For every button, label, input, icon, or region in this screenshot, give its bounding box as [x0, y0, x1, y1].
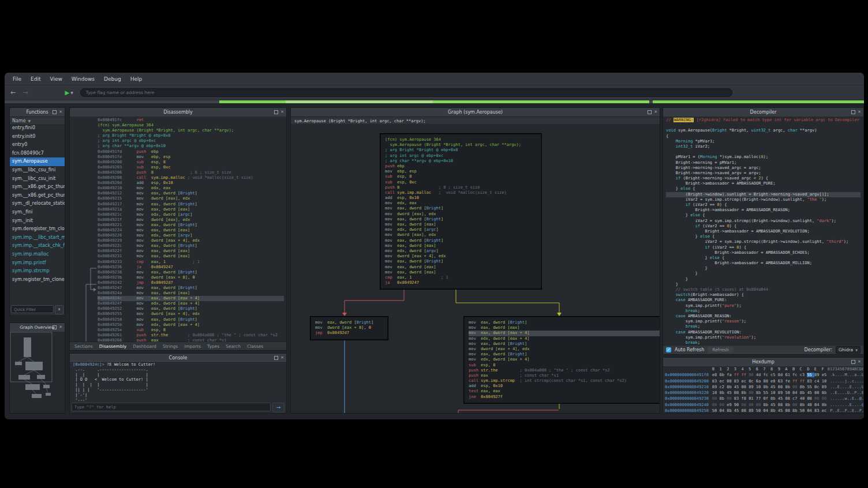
- hexdump-row[interactable]: 0x000000000804923000 8b 00 83 f8 01 77 0…: [665, 396, 863, 401]
- decompiler-line[interactable]: }: [666, 277, 860, 282]
- refresh-button[interactable]: Refresh: [708, 347, 733, 353]
- undock-icon[interactable]: [274, 110, 278, 114]
- disassembly-line[interactable]: 0x08049242 jmp 0x80492d7: [98, 280, 284, 286]
- graph-node-line[interactable]: mov eax, dword [eax]: [385, 243, 537, 249]
- disassembly-line[interactable]: 0x0804921c mov edx, dword [argc]: [98, 212, 284, 217]
- undock-icon[interactable]: [648, 110, 652, 114]
- disassembly-panel-header[interactable]: Disassembly ✕: [70, 108, 286, 117]
- close-icon[interactable]: ✕: [280, 110, 284, 114]
- disassembly-line[interactable]: 0x08049261 push str.the ; 0x804a008 ; "t…: [98, 333, 284, 338]
- menu-help[interactable]: Help: [130, 76, 143, 82]
- close-icon[interactable]: ✕: [59, 325, 62, 329]
- graph-panel-header[interactable]: Graph (sym.Aeropause) ✕: [291, 108, 660, 117]
- quick-filter-input[interactable]: [11, 305, 54, 313]
- graph-node-line[interactable]: mov eax, dword [eax]: [469, 325, 660, 331]
- disassembly-line[interactable]: 0x0804924a mov eax, dword [eax]: [98, 291, 284, 296]
- graph-node-line[interactable]: mov edx, dword [argv]: [385, 249, 537, 254]
- function-item[interactable]: sym._init: [10, 217, 65, 226]
- graph-node-line[interactable]: mov dword [eax], edx: [385, 232, 537, 238]
- decompiler-line[interactable]: Bright->ambassador = AMBASSADOR_PURE;: [666, 181, 860, 186]
- menu-windows[interactable]: Windows: [72, 76, 95, 82]
- decompiler-line[interactable]: } else {: [666, 234, 860, 239]
- graph-node-line[interactable]: sub esp, 0xc: [385, 180, 537, 185]
- graph-canvas[interactable]: (fcn) sym.Aeropause 364 sym.Aeropause (B…: [291, 124, 660, 413]
- graph-node-line[interactable]: push str.the ; 0x804a008 ; "the " ; cons…: [469, 368, 660, 373]
- decompiler-line[interactable]: // WARNING: [r2ghidra] Failed to match t…: [666, 118, 860, 123]
- disassembly-line[interactable]: (fcn) sym.Aeropause 364: [98, 123, 284, 128]
- decompiler-line[interactable]: sym.imp.printf("pure");: [666, 303, 860, 309]
- function-item[interactable]: sym.imp.printf: [10, 259, 65, 268]
- disassembly-line[interactable]: 0x0804925e sub esp, 8: [98, 328, 284, 333]
- disassembly-line[interactable]: 0x080491fd push ebp: [98, 149, 284, 155]
- disassembly-line[interactable]: 0x0804924c mov eax, dword [eax + 4]: [98, 296, 284, 301]
- graph-node-line[interactable]: mov eax, dword [eax]: [385, 222, 537, 227]
- graph-node-line[interactable]: jmp 0x80492d7: [315, 331, 383, 336]
- decompiler-panel-header[interactable]: Decompiler ✕: [663, 108, 863, 117]
- graph-node-false-branch[interactable]: mov eax, dword [Bright]mov eax, dword [e…: [464, 317, 660, 403]
- graph-node-line[interactable]: mov eax, dword [Bright]: [385, 238, 537, 243]
- disassembly-line[interactable]: 0x08049212 mov eax, dword [Bright]: [98, 191, 284, 196]
- decompiler-line[interactable]: } else {: [666, 213, 860, 218]
- decompiler-select[interactable]: Ghidra ▼: [836, 346, 860, 354]
- decompiler-line[interactable]: void sym.Aeropause(Bright *Bright, uint3…: [666, 128, 860, 133]
- disassembly-line[interactable]: 0x080491fc ret: [98, 118, 284, 123]
- disassembly-line[interactable]: 0x08049258 mov eax, dword [Bright]: [98, 317, 284, 322]
- disassembly-line[interactable]: ; arg char **argv @ ebp+0x10: [98, 144, 284, 149]
- disassembly-line[interactable]: 0x08049238 mov eax, dword [Bright]: [98, 270, 284, 275]
- tab-dashboard[interactable]: Dashboard: [133, 344, 156, 349]
- graph-node-line[interactable]: sym.Aeropause (Bright *Bright, int argc,…: [385, 142, 537, 148]
- function-item[interactable]: sym._fini: [10, 208, 65, 217]
- function-item[interactable]: sym.imp.malloc: [10, 250, 65, 259]
- graph-node-line[interactable]: mov eax, dword [Bright]: [385, 206, 537, 211]
- decompiler-line[interactable]: // switch table (5 cases) at 0x804a044: [666, 287, 860, 292]
- disassembly-line[interactable]: 0x08049200 sub esp, 8: [98, 160, 284, 165]
- decompiler-line[interactable]: iVar2 = sym.imp.strcmp((Bright->window).…: [666, 197, 860, 202]
- decompiler-line[interactable]: pMVar1 = (Morning *)sym.imp.malloc(8);: [666, 155, 860, 160]
- tab-strings[interactable]: Strings: [163, 344, 178, 349]
- disassembly-line[interactable]: 0x080491fe mov ebp, esp: [98, 155, 284, 160]
- close-icon[interactable]: ✕: [59, 110, 62, 114]
- decompiler-line[interactable]: [666, 123, 860, 128]
- graph-node-line[interactable]: mov ebp, esp: [385, 169, 537, 174]
- graph-node-entry[interactable]: (fcn) sym.Aeropause 364 sym.Aeropause (B…: [380, 134, 541, 289]
- function-item[interactable]: entry.init0: [10, 133, 65, 141]
- clear-filter-icon[interactable]: x: [55, 305, 63, 314]
- disassembly-line[interactable]: 0x08049255 mov dword [eax + 4], edx: [98, 311, 284, 317]
- graph-node-line[interactable]: mov eax, dword [Bright]: [469, 320, 660, 325]
- graph-node-line[interactable]: mov eax, dword [Bright]: [315, 320, 383, 325]
- debug-play-icon[interactable]: ▶: [65, 89, 69, 96]
- function-item[interactable]: entry.fini0: [10, 124, 65, 133]
- back-icon[interactable]: ←: [10, 89, 16, 96]
- hexdump-panel-header[interactable]: Hexdump ✕: [663, 358, 863, 367]
- function-item[interactable]: sym.imp.__stack_chk_fail: [10, 242, 65, 250]
- decompiler-line[interactable]: }: [666, 271, 860, 276]
- disassembly-line[interactable]: 0x08049221 mov eax, dword [Bright]: [98, 223, 284, 228]
- menu-edit[interactable]: Edit: [31, 76, 40, 82]
- graph-node-line[interactable]: call sym.imp.malloc ; void *malloc(size_…: [385, 190, 537, 196]
- disassembly-line[interactable]: 0x0804922c mov eax, dword [Bright]: [98, 243, 284, 249]
- graph-node-line[interactable]: sub esp, 8: [469, 363, 660, 368]
- disassembly-line[interactable]: 0x08049215 mov dword [eax], edx: [98, 196, 284, 201]
- decompiler-line[interactable]: break;: [666, 309, 860, 314]
- disassembly-line[interactable]: 0x08049247 mov eax, dword [Bright]: [98, 286, 284, 291]
- decompiler-line[interactable]: switch(Bright->ambassador) {: [666, 292, 860, 298]
- graph-node-line[interactable]: mov dword [eax + 4], edx: [469, 347, 660, 352]
- function-item[interactable]: entry0: [10, 141, 65, 149]
- decompiler-line[interactable]: Bright->ambassador = AMBASSADOR_ECHOES;: [666, 250, 860, 256]
- graph-node-line[interactable]: push 8 ; 8 ; size_t size: [385, 185, 537, 190]
- decompiler-line[interactable]: Bright->morning->saved_argc = argc;: [666, 166, 860, 171]
- tab-search[interactable]: Search: [226, 344, 241, 349]
- graph-node-line[interactable]: ja 0x8049247: [385, 280, 537, 286]
- graph-overview-canvas[interactable]: [10, 332, 65, 413]
- disassembly-line[interactable]: 0x08049210 mov edx, eax: [98, 186, 284, 191]
- address-search-input[interactable]: [80, 88, 732, 97]
- decompiler-line[interactable]: case AMBASSADOR_REVOLUTION:: [666, 330, 860, 335]
- graph-node-line[interactable]: mov eax, dword [eax + 4]: [469, 331, 660, 336]
- disassembly-line[interactable]: 0x0804921a mov eax, dword [eax]: [98, 207, 284, 212]
- decompiler-line[interactable]: }: [666, 266, 860, 271]
- undock-icon[interactable]: [53, 325, 57, 329]
- disassembly-line[interactable]: 0x08049208 call sym.imp.malloc ; void *m…: [98, 175, 284, 181]
- graph-node-true-branch[interactable]: mov eax, dword [Bright]mov dword [eax + …: [310, 317, 388, 340]
- hexdump-row[interactable]: 0x000000000804922010 8b 45 08 8b 00 8b 5…: [665, 390, 863, 396]
- disassembly-line[interactable]: 0x0804925b mov edx, dword [eax + 4]: [98, 322, 284, 328]
